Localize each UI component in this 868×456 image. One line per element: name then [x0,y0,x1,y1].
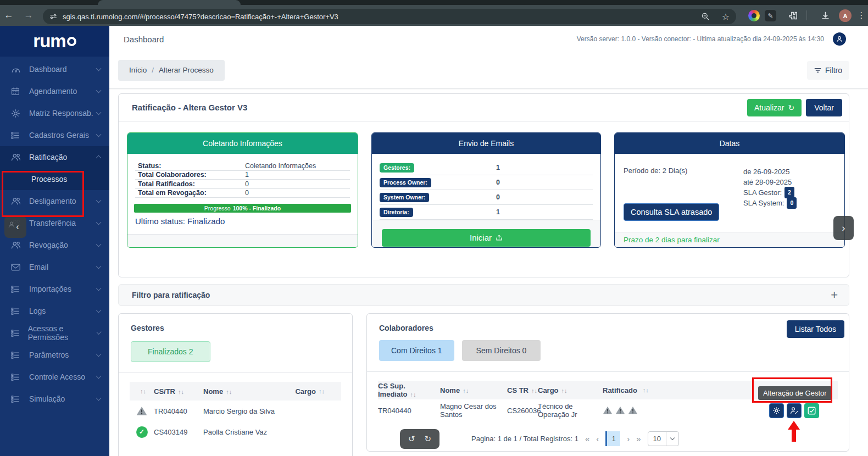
sem-direitos-button[interactable]: Sem Direitos 0 [462,340,541,361]
sidebar-item-logs[interactable]: Logs [0,300,109,322]
rumo-logo-o-icon: o [67,37,76,46]
download-icon[interactable] [817,5,833,26]
version-info: Versão server: 1.0.0 - Versão conector: … [577,35,824,43]
sla-gestor-label: SLA Gestor: [743,187,782,198]
bookmark-star-icon[interactable]: ☆ [722,12,730,22]
expand-plus-icon[interactable]: + [831,288,838,302]
carousel-next-button[interactable]: › [833,216,854,240]
chevron-down-icon [96,198,102,203]
card-dates-footer: Prazo de 2 dias para finalizar [615,232,844,247]
iniciar-button[interactable]: Iniciar [382,229,591,247]
sidebar-item-dashboard[interactable]: Dashboard [0,58,109,80]
page-title: Dashboard [124,35,164,44]
card-coletando-informacoes: Coletando Informações Status: Coletando … [127,132,358,248]
cell-cstr: CS403149 [154,428,203,436]
sidebar-collapse-button[interactable]: ‹ [4,216,26,238]
warning-icon [130,406,154,416]
site-settings-icon[interactable] [49,13,57,20]
sidebar-item-desligamento[interactable]: Desligamento [0,190,109,212]
browser-profile-avatar[interactable]: A [839,9,852,22]
change-manager-action-button[interactable] [787,403,802,418]
filter-section-title: Filtro para ratificação [132,291,210,299]
column-header-cstr[interactable]: CS/TR↑↓ [154,387,203,396]
filter-section-bar[interactable]: Filtro para ratificação + [118,284,849,306]
voltar-button[interactable]: Voltar [806,99,842,116]
sidebar-item-matriz-responsab[interactable]: Matriz Responsab. [0,102,109,124]
back-icon[interactable]: ← [1,5,16,26]
column-header-cs-tr[interactable]: CS TR↑↓ [507,386,538,394]
sidebar-item-agendamento[interactable]: Agendamento [0,80,109,102]
extensions-puzzle-icon[interactable] [784,5,800,26]
period-text: Período de: 2 Dia(s) [624,166,687,175]
rumo-logo[interactable]: rumo [0,26,109,57]
sidebar-item-ratificacao[interactable]: Ratificação [0,146,109,168]
last-page-button[interactable]: » [636,434,641,443]
forward-icon[interactable]: → [21,5,36,26]
table-row[interactable]: TR040440 Magno Cesar dos Santos CS260036… [378,399,838,421]
gestores-title: Gestores [131,324,352,332]
card-envio-emails: Envio de Emails Gestores: 1 Process Owne… [371,132,601,248]
sidebar-item-cadastros-gerais[interactable]: Cadastros Gerais [0,124,109,146]
extension-color-icon[interactable] [748,10,760,21]
people-icon [11,241,22,249]
url-text[interactable]: sgis.qas.ti.rumolog.com/#/processo/47475… [63,13,338,21]
consulta-sla-button[interactable]: Consulta SLA atrasado [624,203,719,221]
sidebar-item-acessos-permissoes[interactable]: Acessos e Permissões [0,322,109,344]
consulta-sla-label: Consulta SLA atrasado [631,208,712,216]
column-header-nome[interactable]: Nome↑↓ [203,387,295,396]
first-page-button[interactable]: « [585,434,589,443]
process-panel-header: Ratificação - Altera Gestor V3 Atualizar… [119,94,849,121]
extension-pen-icon[interactable]: ✎ [765,10,776,21]
sidebar-item-simulacao[interactable]: Simulação [0,388,109,410]
column-header-ratificado[interactable]: Ratificado↑↓ [603,386,669,394]
column-header-cs-sup[interactable]: CS Sup. Imediato↑↓ [378,382,440,398]
cell-cargo: Técnico de Operação Jr [538,402,603,419]
start-window-icon [496,234,503,241]
check-circle-icon: ✓ [136,426,148,438]
table-row[interactable]: ✓ CS403149 Paolla Cristiane Vaz [130,421,341,442]
email-value: 1 [496,164,500,171]
user-avatar[interactable] [833,32,846,46]
sidebar-subitem-label: Processos [31,175,67,183]
table-row[interactable]: TR040440 Marcio Sergio da Silva [130,401,341,421]
browser-tab[interactable] [98,0,241,5]
sidebar-item-parametros[interactable]: Parâmetros [0,344,109,366]
gauge-icon [11,65,22,74]
info-row: Total em Revogação: 0 [135,189,350,198]
pagination: Pagina: 1 de 1 / Total Registros: 1 « ‹ … [471,430,679,447]
column-header-cargo[interactable]: Cargo↑↓ [538,386,603,394]
page-size-value: 10 [648,435,666,443]
chevron-down-icon [96,374,102,379]
url-bar[interactable]: sgis.qas.ti.rumolog.com/#/processo/47475… [43,9,736,24]
ratify-action-button[interactable] [804,403,819,418]
next-page-button[interactable]: › [627,434,630,443]
sidebar: rumo Dashboard Agendamento [0,26,109,456]
card-info-body: Status: Coletando Informações Total Cola… [127,154,358,234]
sidebar-item-importacoes[interactable]: Importações [0,278,109,300]
column-header-nome[interactable]: Nome↑↓ [440,386,507,394]
breadcrumb-home[interactable]: Início [129,66,147,74]
sidebar-item-email[interactable]: Email [0,256,109,278]
browser-menu-icon[interactable]: ⋮ [854,5,868,26]
page-size-select[interactable]: 10 [648,431,679,446]
sidebar-item-processos[interactable]: Processos [0,168,109,190]
prev-page-button[interactable]: ‹ [596,434,599,443]
sidebar-item-controle-acesso[interactable]: Controle Acesso [0,366,109,388]
current-page[interactable]: 1 [605,431,620,446]
listar-todos-button[interactable]: Listar Todos [787,320,844,338]
redo-icon[interactable]: ↻ [425,434,432,444]
info-row: Total Colaboradores: 1 [135,171,350,180]
filter-button[interactable]: Filtro [807,61,849,80]
settings-action-button[interactable] [769,403,784,418]
zoom-out-icon[interactable] [701,12,710,21]
chevron-up-icon [96,155,102,160]
undo-icon[interactable]: ↺ [408,434,415,444]
sort-icon[interactable]: ↑↓ [140,388,146,394]
com-direitos-button[interactable]: Com Direitos 1 [379,340,454,361]
annotation-arrow [788,421,800,442]
finalizados-button[interactable]: Finalizados 2 [131,341,210,362]
column-header-cargo[interactable]: Cargo↑↓ [295,387,341,396]
browser-chrome: ← → ↻ sgis.qas.ti.rumolog.com/#/processo… [0,0,868,26]
process-owner-badge: Process Owner: [380,178,431,187]
atualizar-button[interactable]: Atualizar ↻ [747,99,802,116]
